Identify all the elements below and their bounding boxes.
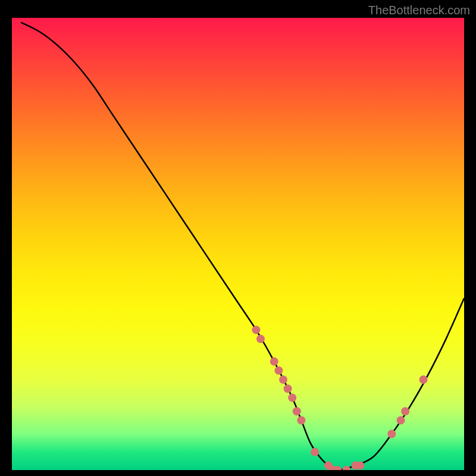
data-marker	[270, 358, 278, 366]
data-marker	[356, 461, 364, 469]
data-marker	[274, 367, 283, 375]
data-marker	[288, 393, 296, 402]
data-marker	[397, 416, 405, 424]
data-markers	[252, 325, 427, 470]
data-marker	[279, 375, 287, 384]
data-marker	[284, 384, 292, 393]
data-marker	[342, 466, 350, 470]
plot-area	[12, 18, 464, 470]
bottleneck-curve	[21, 23, 464, 470]
data-marker	[419, 375, 428, 384]
data-marker	[297, 416, 305, 424]
data-marker	[387, 430, 396, 438]
watermark-text: TheBottleneck.com	[368, 4, 470, 17]
data-marker	[401, 407, 409, 415]
data-marker	[252, 325, 260, 334]
data-marker	[256, 335, 265, 343]
chart-svg	[12, 18, 464, 470]
data-marker	[293, 407, 301, 415]
data-marker	[311, 448, 319, 456]
